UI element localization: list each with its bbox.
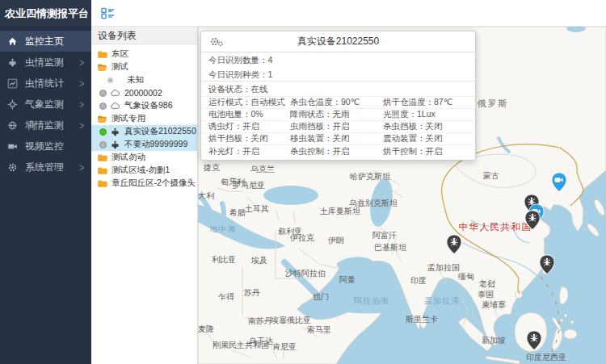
popup-stat-row: 今日识别数量：4	[201, 52, 475, 67]
sidebar: 农业四情测报平台 监控主页虫情监测>虫情统计>气象监测>墒情监测>视频监控系统管…	[0, 0, 91, 364]
popup-field: 杀虫挡板：关闭	[383, 121, 475, 132]
tree-item-label: 真实设备21022550	[124, 126, 196, 137]
sidebar-menu: 监控主页虫情监测>虫情统计>气象监测>墒情监测>视频监控系统管理>	[0, 27, 91, 178]
cloud-icon	[110, 101, 120, 111]
popup-stats: 今日识别数量：4今日识别种类：1	[201, 52, 475, 82]
tree-device-dev-20000002[interactable]: 20000002	[91, 86, 197, 99]
tree-folder-test-nomove[interactable]: 测试勿动	[91, 151, 197, 164]
popup-grid-row: 补光灯：开启杀虫控制：开启烘干控制：开启	[201, 145, 475, 157]
sidebar-item-label: 视频监控	[25, 140, 64, 153]
popup-field: 虫雨挡板：开启	[290, 121, 383, 132]
status-dot-offline	[99, 141, 107, 149]
device-marker-dark[interactable]	[446, 234, 462, 255]
sidebar-item-home[interactable]: 监控主页	[0, 31, 91, 52]
popup-grid-row: 诱虫灯：开启虫雨挡板：开启杀虫挡板：关闭	[201, 121, 475, 133]
tree-folder-test[interactable]: 测试	[91, 61, 197, 73]
tree-item-label: 测试区域-勿删1	[112, 165, 170, 176]
chevron-right-icon: >	[79, 98, 84, 109]
video-icon	[7, 141, 18, 152]
tree-item-label: 未知	[127, 74, 144, 86]
chevron-right-icon: >	[79, 56, 84, 67]
tree-folder-test-special[interactable]: 测试专用	[91, 112, 197, 125]
status-dot-online	[99, 128, 107, 136]
popup-grid: 运行模式：自动模式杀虫仓温度：90℃烘干仓温度：87℃电池电量：0%降雨状态：无…	[201, 97, 475, 157]
tree-item-label: 20000002	[124, 88, 162, 98]
tree-item-label: 章丘阳丘区-2个摄像头	[112, 178, 196, 189]
tree-item-label: 测试	[112, 61, 128, 73]
popup-field: 烘干挡板：关闭	[208, 133, 290, 144]
sidebar-item-insect-stats[interactable]: 虫情统计>	[0, 73, 91, 94]
device-marker-dark[interactable]	[526, 330, 542, 351]
tree-item-label: 气象设备986	[124, 100, 173, 111]
popup-field: 移虫装置：关闭	[290, 133, 383, 144]
popup-grid-row: 电池电量：0%降雨状态：无雨光照度：1Lux	[201, 109, 475, 121]
popup-title: 真实设备21022550	[225, 35, 451, 48]
tree-item-label: 东区	[112, 48, 128, 60]
sidebar-item-soil-monitor[interactable]: 墒情监测>	[0, 115, 91, 136]
org-tree-icon[interactable]	[101, 7, 115, 19]
topbar	[91, 0, 606, 27]
tree-folder-east-area[interactable]: 东区	[91, 48, 197, 61]
popup-grid-row: 运行模式：自动模式杀虫仓温度：90℃烘干仓温度：87℃	[201, 97, 475, 109]
sidebar-item-label: 系统管理	[25, 161, 64, 174]
folder-closed-icon	[97, 153, 107, 163]
tree-item-label: 不要动99999999	[124, 139, 187, 150]
popup-field: 杀虫控制：开启	[290, 146, 383, 157]
sidebar-item-label: 监控主页	[25, 35, 64, 48]
unknown-icon	[106, 76, 115, 85]
folder-open-icon	[97, 114, 107, 124]
tree-device-donttouch-9999[interactable]: 不要动99999999	[91, 138, 197, 151]
device-tree: 东区测试未知20000002气象设备986测试专用真实设备21022550不要动…	[91, 44, 197, 190]
folder-closed-icon	[97, 178, 107, 189]
popup-field: 补光灯：开启	[208, 146, 290, 157]
home-icon	[7, 36, 18, 47]
tree-device-unknown[interactable]: 未知	[91, 73, 197, 86]
status-dot-offline	[99, 90, 107, 97]
tree-folder-zhangqiu-cameras[interactable]: 章丘阳丘区-2个摄像头	[91, 177, 197, 190]
device-list-panel: 设备列表 东区测试未知20000002气象设备986测试专用真实设备210225…	[91, 27, 198, 364]
bug-icon	[110, 127, 120, 137]
popup-field: 运行模式：自动模式	[208, 97, 290, 108]
bug-icon	[110, 140, 120, 150]
device-info-popup: 真实设备21022550 今日识别数量：4今日识别种类：1 设备状态：在线 运行…	[200, 31, 476, 161]
tree-item-label: 测试勿动	[112, 152, 145, 163]
sidebar-item-label: 虫情统计	[25, 77, 64, 90]
folder-closed-icon	[97, 49, 107, 60]
device-marker-dark[interactable]	[524, 210, 541, 231]
chevron-right-icon: >	[79, 77, 84, 88]
popup-grid-row: 烘干挡板：关闭移虫装置：关闭震动装置：关闭	[201, 133, 475, 145]
bug-icon	[7, 57, 18, 68]
tree-device-weather-986[interactable]: 气象设备986	[91, 99, 197, 112]
popup-field: 光照度：1Lux	[383, 109, 475, 120]
app-title: 农业四情测报平台	[0, 0, 91, 27]
popup-field: 烘干控制：开启	[383, 146, 475, 157]
cloud-icon	[110, 88, 120, 98]
gears-icon[interactable]	[208, 36, 225, 48]
device-marker-dark[interactable]	[539, 254, 555, 275]
chart-icon	[7, 78, 18, 89]
sidebar-item-system-manage[interactable]: 系统管理>	[0, 157, 91, 178]
popup-field: 震动装置：关闭	[383, 133, 475, 144]
folder-closed-icon	[97, 165, 107, 176]
sidebar-item-insect-monitor[interactable]: 虫情监测>	[0, 52, 91, 73]
popup-field: 电池电量：0%	[208, 109, 290, 120]
gear-icon	[7, 162, 18, 173]
device-marker-blue[interactable]	[551, 172, 567, 193]
popup-field: 烘干仓温度：87℃	[383, 97, 475, 108]
popup-field: 杀虫仓温度：90℃	[290, 97, 383, 108]
sidebar-item-label: 虫情监测	[25, 56, 64, 69]
sidebar-item-label: 墒情监测	[25, 119, 64, 132]
folder-open-icon	[97, 62, 107, 73]
tree-device-real-21022550[interactable]: 真实设备21022550	[91, 125, 197, 138]
popup-status-row: 设备状态：在线	[201, 82, 475, 97]
globe-icon	[7, 120, 18, 131]
sidebar-item-video-monitor[interactable]: 视频监控	[0, 136, 91, 157]
weather-icon	[7, 99, 18, 110]
tree-folder-test-region[interactable]: 测试区域-勿删1	[91, 164, 197, 177]
popup-stat-row: 今日识别种类：1	[201, 67, 475, 82]
popup-field: 诱虫灯：开启	[208, 121, 290, 132]
status-dot-offline	[99, 103, 107, 110]
popup-header: 真实设备21022550	[201, 31, 475, 52]
sidebar-item-label: 气象监测	[25, 98, 64, 111]
sidebar-item-weather-monitor[interactable]: 气象监测>	[0, 94, 91, 115]
